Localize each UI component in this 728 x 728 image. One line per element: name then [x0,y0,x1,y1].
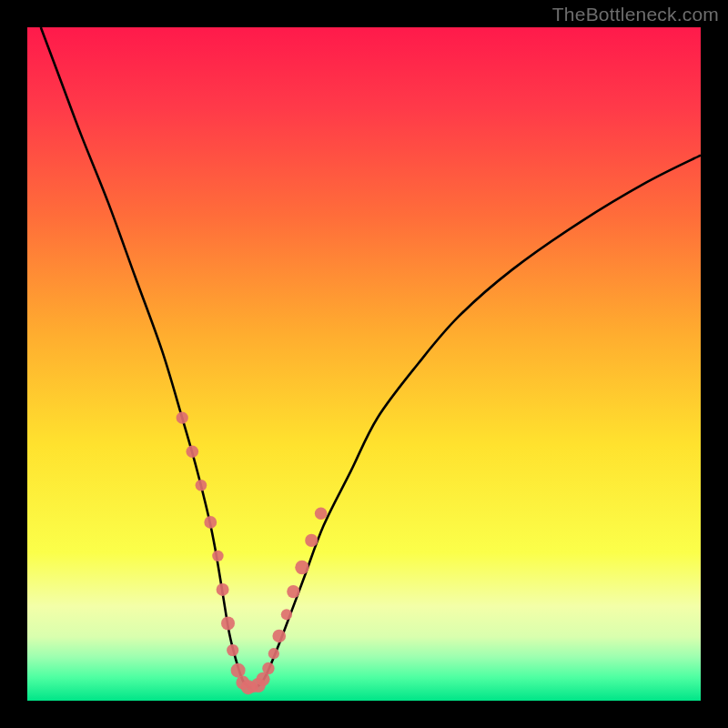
marker-dot [295,561,308,574]
marker-dot [227,644,238,656]
plot-area [27,27,701,701]
bottleneck-curve [41,27,701,688]
marker-dot [281,609,292,620]
highlighted-points [177,412,328,695]
marker-dot [305,534,318,547]
curve-layer [27,27,701,701]
marker-dot [177,412,188,424]
marker-dot [262,662,274,674]
marker-dot [315,507,328,520]
marker-dot [231,663,246,678]
marker-dot [268,648,279,659]
watermark-text: TheBottleneck.com [552,4,719,25]
marker-dot [221,616,235,630]
marker-dot [212,551,223,561]
marker-dot [272,630,286,643]
marker-dot [217,583,229,596]
marker-dot [204,516,217,529]
chart-frame: TheBottleneck.com [0,0,728,728]
marker-dot [187,445,199,458]
marker-dot [196,480,207,491]
marker-dot [287,585,299,598]
